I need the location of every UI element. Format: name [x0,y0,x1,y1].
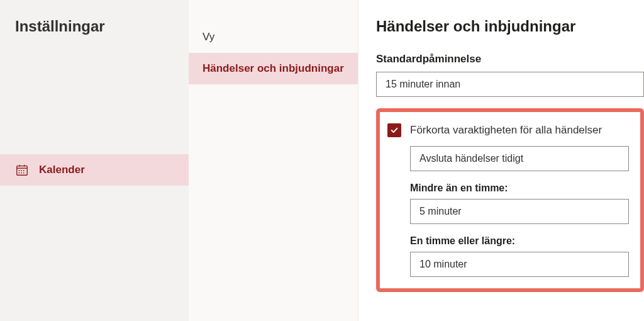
shorten-mode-value: Avsluta händelser tidigt [419,153,523,164]
hour-or-more-label: En timme eller längre: [410,235,629,247]
subnav-item-label: Vy [203,31,214,43]
default-reminder-label: Standardpåminnelse [376,53,644,65]
sidebar-item-calendar[interactable]: Kalender [0,154,189,186]
settings-sidebar: Inställningar Kalender [0,0,189,321]
hour-or-more-select[interactable]: 10 minuter [410,252,629,277]
shorten-events-highlight: Förkorta varaktigheten för alla händelse… [376,108,644,292]
less-than-hour-select[interactable]: 5 minuter [410,199,629,224]
settings-detail-panel: Händelser och inbjudningar Standardpåmin… [358,0,644,321]
shorten-events-options: Avsluta händelser tidigt Mindre än en ti… [410,146,629,277]
shorten-events-checkbox[interactable] [387,123,401,137]
settings-title: Inställningar [0,18,189,50]
subnav-item-events-invites[interactable]: Händelser och inbjudningar [189,53,358,84]
checkmark-icon [390,126,399,135]
default-reminder-select[interactable]: 15 minuter innan [376,72,644,97]
hour-or-more-value: 10 minuter [419,259,467,269]
sidebar-item-label: Kalender [39,164,85,176]
less-than-hour-label: Mindre än en timme: [410,183,629,194]
default-reminder-section: Standardpåminnelse 15 minuter innan [376,53,644,97]
subnav-item-label: Händelser och inbjudningar [203,62,344,74]
less-than-hour-value: 5 minuter [419,206,462,217]
shorten-events-checkbox-row: Förkorta varaktigheten för alla händelse… [387,123,629,137]
default-reminder-value: 15 minuter innan [386,79,460,89]
calendar-icon [15,163,29,177]
shorten-mode-select[interactable]: Avsluta händelser tidigt [410,146,629,171]
panel-title: Händelser och inbjudningar [376,18,644,35]
settings-subnav: Vy Händelser och inbjudningar [189,0,358,321]
subnav-item-view[interactable]: Vy [189,21,358,53]
shorten-events-checkbox-label: Förkorta varaktigheten för alla händelse… [410,124,602,137]
sidebar-spacer [0,50,189,154]
